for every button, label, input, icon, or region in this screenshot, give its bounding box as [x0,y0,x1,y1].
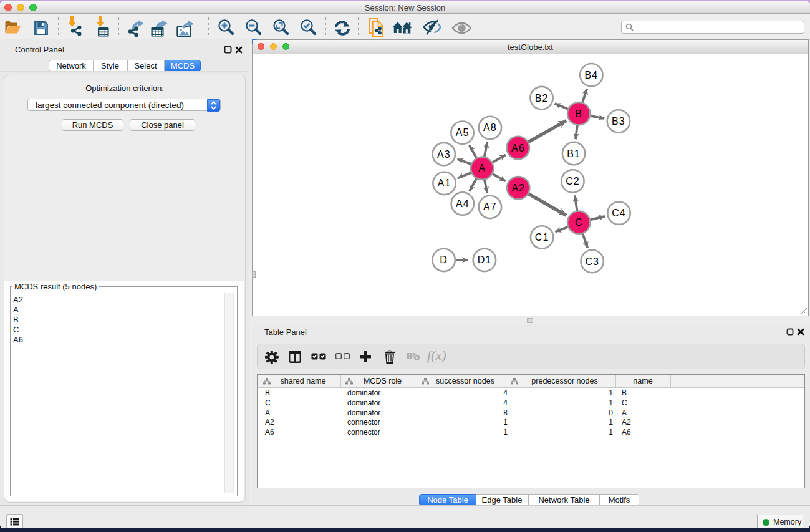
svg-text:A8: A8 [483,122,497,133]
svg-text:D1: D1 [478,254,491,265]
svg-text:A4: A4 [456,198,470,209]
svg-text:A6: A6 [511,143,525,153]
svg-text:B4: B4 [585,70,599,80]
svg-text:A2: A2 [511,183,525,193]
svg-text:B: B [575,109,582,119]
svg-text:C4: C4 [612,208,625,218]
svg-text:C3: C3 [585,256,599,267]
svg-text:A: A [478,163,486,173]
svg-text:B3: B3 [612,116,625,127]
svg-text:B2: B2 [535,93,549,104]
svg-text:D: D [440,254,448,265]
svg-text:A7: A7 [483,201,497,212]
svg-text:C2: C2 [566,176,579,186]
svg-text:C: C [575,217,583,228]
svg-text:A1: A1 [438,178,451,188]
svg-text:A3: A3 [437,149,451,160]
svg-text:B1: B1 [567,148,581,159]
svg-text:A5: A5 [456,127,470,138]
svg-text:C1: C1 [535,232,549,243]
